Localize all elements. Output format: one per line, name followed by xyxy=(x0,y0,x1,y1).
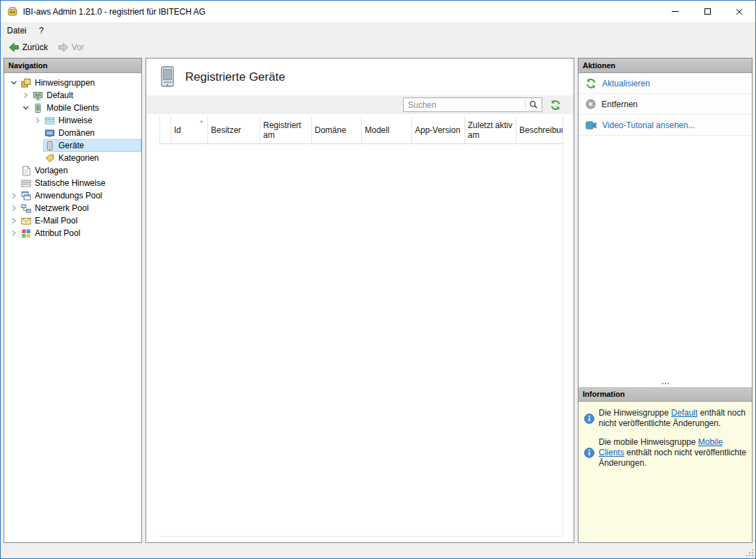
tree-item-email-pool[interactable]: E-Mail Pool xyxy=(4,214,141,227)
maximize-button[interactable] xyxy=(691,1,723,22)
menubar: Datei? xyxy=(1,22,755,39)
tree-item-label: Domänen xyxy=(58,128,95,138)
refresh-icon[interactable] xyxy=(550,100,561,111)
tree-item-label: Attribut Pool xyxy=(35,228,80,238)
column-label: Registriert am xyxy=(263,120,308,140)
tree-item-default[interactable]: Default xyxy=(4,89,141,102)
tree-item-label: Kategorien xyxy=(58,153,99,163)
column-label: Id xyxy=(174,125,181,135)
tree-item-geraete[interactable]: Geräte xyxy=(4,139,141,152)
chevron-down-icon[interactable] xyxy=(20,104,31,111)
info-text: Die Hinweisgruppe Default enthält noch n… xyxy=(599,408,746,429)
client-icon xyxy=(33,90,43,101)
column-label: Beschreibun xyxy=(519,125,563,135)
devices-table-body xyxy=(159,144,563,536)
actions-panel-header: Aktionen xyxy=(578,58,752,73)
tree-item-kategorien[interactable]: Kategorien xyxy=(4,152,141,164)
categories-icon xyxy=(45,153,55,164)
devices-table: Id▲BesitzerRegistriert amDomäneModellApp… xyxy=(159,116,563,537)
action-aktualisieren[interactable]: Aktualisieren xyxy=(578,73,752,94)
action-entfernen[interactable]: Entfernen xyxy=(578,94,752,115)
maximize-icon xyxy=(704,8,711,15)
back-button[interactable]: Zurück xyxy=(4,40,52,54)
tree-item-label: Default xyxy=(47,90,73,100)
action-label: Video-Tutorial ansehen... xyxy=(602,120,695,130)
info-link[interactable]: Default xyxy=(671,408,698,418)
chevron-right-icon[interactable] xyxy=(20,92,31,99)
column-label: App-Version xyxy=(415,125,460,135)
devices-table-header: Id▲BesitzerRegistriert amDomäneModellApp… xyxy=(159,116,563,144)
tree-item-label: Vorlagen xyxy=(35,166,68,175)
mobile-device-large-icon xyxy=(159,66,175,88)
tree-item-label: Anwendungs Pool xyxy=(35,191,102,200)
column-header-zuletzt-aktiv-am[interactable]: Zuletzt aktiv am xyxy=(465,116,517,143)
tree-item-statische-hinweise[interactable]: Statische Hinweise xyxy=(4,177,141,189)
tree-item-anwendungs-pool[interactable]: Anwendungs Pool xyxy=(4,189,141,202)
info-icon xyxy=(584,437,594,469)
template-icon xyxy=(21,166,31,176)
sort-ascending-icon: ▲ xyxy=(199,118,204,123)
tree-item-label: Geräte xyxy=(58,141,84,150)
panel-splitter[interactable] xyxy=(578,380,752,387)
information-panel-header: Information xyxy=(578,387,752,402)
chevron-right-icon[interactable] xyxy=(8,192,19,199)
column-label: Modell xyxy=(365,125,389,135)
refresh-icon xyxy=(585,78,597,89)
search-box xyxy=(403,97,542,112)
menu-item-hilfe[interactable]: ? xyxy=(33,22,50,39)
forward-icon xyxy=(58,42,69,53)
column-header-id[interactable]: Id▲ xyxy=(171,116,208,143)
hint-icon xyxy=(45,116,55,126)
titlebar[interactable]: IBI-aws Admin 1.21.0 - registriert für I… xyxy=(1,1,755,22)
chevron-right-icon[interactable] xyxy=(8,205,19,212)
right-panel: Aktionen AktualisierenEntfernenVideo-Tut… xyxy=(578,58,753,543)
mobile-group-icon xyxy=(33,103,43,113)
tree-item-vorlagen[interactable]: Vorlagen xyxy=(4,164,141,177)
nav-toolbar: Zurück Vor xyxy=(1,39,755,55)
tree-item-domaenen[interactable]: Domänen xyxy=(4,127,141,139)
search-icon[interactable] xyxy=(525,100,542,110)
tree-item-label: Mobile Clients xyxy=(47,103,99,113)
tree-item-hinweise[interactable]: Hinweise xyxy=(4,114,141,127)
app-window: IBI-aws Admin 1.21.0 - registriert für I… xyxy=(0,0,756,559)
chevron-right-icon[interactable] xyxy=(8,230,19,237)
info-item: Die mobile Hinweisgruppe Mobile Clients … xyxy=(584,437,746,469)
close-button[interactable] xyxy=(723,1,755,22)
column-header-besitzer[interactable]: Besitzer xyxy=(208,116,260,143)
column-header-spacer[interactable] xyxy=(159,116,171,143)
remove-icon xyxy=(585,99,596,109)
chevron-right-icon[interactable] xyxy=(8,217,19,224)
minimize-button[interactable] xyxy=(659,1,691,22)
forward-button[interactable]: Vor xyxy=(54,40,88,54)
column-header-modell[interactable]: Modell xyxy=(362,116,412,143)
column-header-registriert-am[interactable]: Registriert am xyxy=(260,116,312,143)
search-input[interactable] xyxy=(404,100,525,110)
column-header-domaene[interactable]: Domäne xyxy=(312,116,362,143)
resize-grip-icon[interactable] xyxy=(745,548,754,557)
action-label: Aktualisieren xyxy=(602,79,650,88)
tree-item-attribut-pool[interactable]: Attribut Pool xyxy=(4,227,141,239)
navigation-tree: HinweisgruppenDefaultMobile ClientsHinwe… xyxy=(4,73,141,542)
minimize-icon xyxy=(672,11,679,12)
tree-item-hinweisgruppen[interactable]: Hinweisgruppen xyxy=(4,77,141,89)
close-icon xyxy=(736,8,743,15)
tree-item-label: E-Mail Pool xyxy=(35,216,77,226)
column-label: Besitzer xyxy=(211,125,241,135)
column-header-app-version[interactable]: App-Version xyxy=(412,116,465,143)
tree-item-mobile-clients[interactable]: Mobile Clients xyxy=(4,102,141,114)
window-controls xyxy=(659,1,755,22)
info-text: Die mobile Hinweisgruppe Mobile Clients … xyxy=(599,437,746,469)
tree-item-netzwerk-pool[interactable]: Netzwerk Pool xyxy=(4,202,141,214)
chevron-down-icon[interactable] xyxy=(8,79,19,86)
statusbar xyxy=(1,546,755,558)
chevron-right-icon[interactable] xyxy=(32,117,43,124)
app-icon xyxy=(7,6,18,17)
menu-item-datei[interactable]: Datei xyxy=(1,22,33,39)
column-header-beschreibung[interactable]: Beschreibun xyxy=(517,116,563,143)
info-icon xyxy=(584,408,594,429)
action-video-tutorial[interactable]: Video-Tutorial ansehen... xyxy=(578,115,752,136)
main-header: Registrierte Geräte xyxy=(146,58,574,95)
domain-icon xyxy=(45,128,55,139)
actions-list: AktualisierenEntfernenVideo-Tutorial ans… xyxy=(578,73,752,136)
tree-item-label: Hinweise xyxy=(58,116,93,125)
